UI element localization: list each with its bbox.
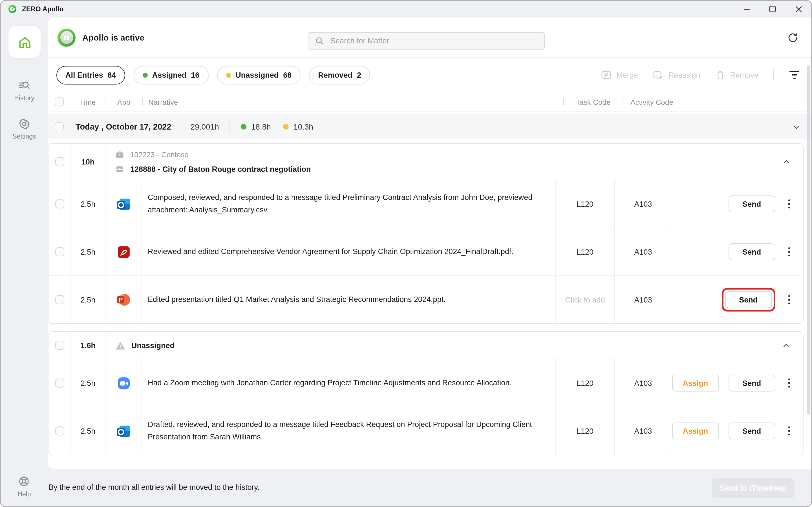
chevron-up-icon: [781, 341, 791, 350]
activity-code-cell[interactable]: A103: [615, 359, 672, 407]
sidebar-item-label: History: [14, 95, 35, 101]
main-panel: Apollo is active All Entries84As: [48, 17, 811, 469]
group-checkbox[interactable]: [55, 157, 64, 166]
filter-chip-removed[interactable]: Removed2: [309, 66, 370, 84]
history-search-icon: [18, 79, 31, 92]
search-input[interactable]: [329, 36, 544, 46]
entry-narrative: Reviewed and edited Comprehensive Vendor…: [142, 228, 556, 276]
group-title-area: Unassigned: [105, 332, 769, 359]
day-total-hours: 29.001h: [191, 122, 219, 131]
send-button[interactable]: Send: [728, 195, 775, 212]
matter-icon: [115, 164, 124, 174]
footer: By the end of the month all entries will…: [48, 467, 811, 506]
send-button[interactable]: Send: [728, 243, 775, 260]
send-button[interactable]: Send: [728, 375, 775, 392]
sidebar-item-history[interactable]: History: [1, 79, 48, 101]
gauge-logo-icon: [8, 4, 17, 13]
divider: [773, 69, 774, 80]
task-code-cell[interactable]: L120: [556, 359, 615, 407]
column-header-narrative: Narrative: [143, 98, 563, 106]
activity-code-cell[interactable]: A103: [615, 276, 672, 323]
filter-chip-all-entries[interactable]: All Entries84: [56, 66, 125, 84]
sidebar-item-settings[interactable]: Settings: [1, 118, 48, 140]
pause-icon[interactable]: [57, 29, 75, 47]
header: Apollo is active: [48, 17, 811, 58]
filter-chip-unassigned[interactable]: Unassigned68: [217, 66, 301, 84]
day-assigned-hours: 18.8h: [251, 122, 271, 131]
filter-chips: All Entries84Assigned16Unassigned68Remov…: [56, 66, 370, 84]
activity-code-cell[interactable]: A103: [615, 228, 672, 276]
outlook-icon: [116, 424, 131, 438]
select-all-checkbox[interactable]: [55, 98, 64, 107]
task-code-cell[interactable]: Click to add: [556, 276, 615, 323]
group-time: 1.6h: [71, 332, 105, 359]
day-date: Today , October 17, 2022: [75, 122, 171, 131]
status-dot: [143, 72, 148, 77]
send-button[interactable]: Send: [728, 422, 775, 439]
send-button[interactable]: Send: [725, 291, 772, 308]
minimize-icon[interactable]: [733, 1, 760, 17]
day-unassigned-hours: 10.3h: [294, 122, 313, 131]
entry-row: 2.5hDrafted, reviewed, and responded to …: [49, 407, 803, 455]
row-checkbox[interactable]: [55, 427, 64, 436]
maximize-icon[interactable]: [760, 1, 785, 17]
kebab-icon[interactable]: [784, 376, 794, 390]
assign-button[interactable]: Assign: [672, 375, 719, 392]
unassigned-line: Unassigned: [115, 340, 769, 351]
task-code-cell[interactable]: L120: [556, 180, 615, 228]
bulk-action-label: Reassign: [668, 71, 700, 79]
sidebar: History Settings Help: [1, 17, 48, 506]
remove-button[interactable]: Remove: [715, 69, 758, 80]
merge-button[interactable]: Merge: [601, 69, 638, 80]
activity-code-cell[interactable]: A103: [615, 407, 672, 455]
row-checkbox[interactable]: [55, 379, 64, 388]
group-checkbox[interactable]: [55, 341, 64, 350]
row-actions: AssignSend: [672, 359, 803, 407]
column-header-time: Time: [70, 98, 105, 106]
row-checkbox[interactable]: [55, 247, 64, 256]
kebab-icon[interactable]: [784, 424, 794, 438]
activity-code-cell[interactable]: A103: [615, 180, 672, 228]
merge-icon: [601, 69, 612, 80]
kebab-icon[interactable]: [784, 197, 794, 211]
entry-row: 2.5hComposed, reviewed, and responded to…: [49, 180, 803, 228]
matter-line: 128888 - City of Baton Rouge contract ne…: [115, 164, 769, 174]
row-actions: AssignSend: [672, 407, 803, 455]
unassigned-dot: [283, 124, 289, 129]
chevron-up-icon[interactable]: [769, 144, 803, 180]
chevron-up-icon: [781, 157, 791, 166]
sidebar-item-help[interactable]: Help: [1, 475, 48, 497]
entry-time: 2.5h: [71, 180, 105, 228]
kebab-icon[interactable]: [784, 293, 794, 306]
chip-label: Removed: [318, 71, 352, 79]
reassign-button[interactable]: Reassign: [653, 69, 700, 80]
chevron-down-icon[interactable]: [792, 122, 801, 131]
assign-button[interactable]: Assign: [672, 422, 719, 439]
entry-time: 2.5h: [71, 276, 105, 323]
refresh-icon[interactable]: [787, 32, 799, 43]
close-icon[interactable]: [785, 1, 811, 17]
unassigned-group-card: 1.6hUnassigned2.5hHad a Zoom meeting wit…: [48, 331, 804, 455]
unassigned-label: Unassigned: [132, 341, 174, 349]
entry-narrative: Edited presentation titled Q1 Market Ana…: [142, 276, 556, 323]
filter-chip-assigned[interactable]: Assigned16: [134, 66, 209, 84]
entry-time: 2.5h: [71, 359, 105, 407]
send-to-itimekeep-button[interactable]: Send to iTimekeep: [712, 478, 795, 498]
task-code-cell[interactable]: L120: [556, 407, 615, 455]
kebab-icon[interactable]: [784, 245, 794, 259]
row-actions: Send: [672, 276, 803, 323]
agent-status-text: Apollo is active: [82, 33, 144, 42]
task-code-cell[interactable]: L120: [556, 228, 615, 276]
row-checkbox[interactable]: [55, 200, 64, 209]
red-highlight-ring: Send: [721, 288, 775, 312]
scrollbar[interactable]: [807, 65, 810, 414]
window-title: ZERO Apollo: [22, 5, 63, 13]
row-checkbox[interactable]: [55, 295, 64, 304]
filter-icon[interactable]: [788, 68, 800, 81]
svg-text:P: P: [119, 296, 123, 303]
sidebar-item-home[interactable]: [8, 25, 41, 59]
bulk-action-label: Merge: [616, 71, 638, 79]
day-checkbox[interactable]: [55, 122, 64, 131]
column-header-activity-code: Activity Code: [623, 98, 680, 106]
chevron-up-icon[interactable]: [769, 332, 803, 359]
